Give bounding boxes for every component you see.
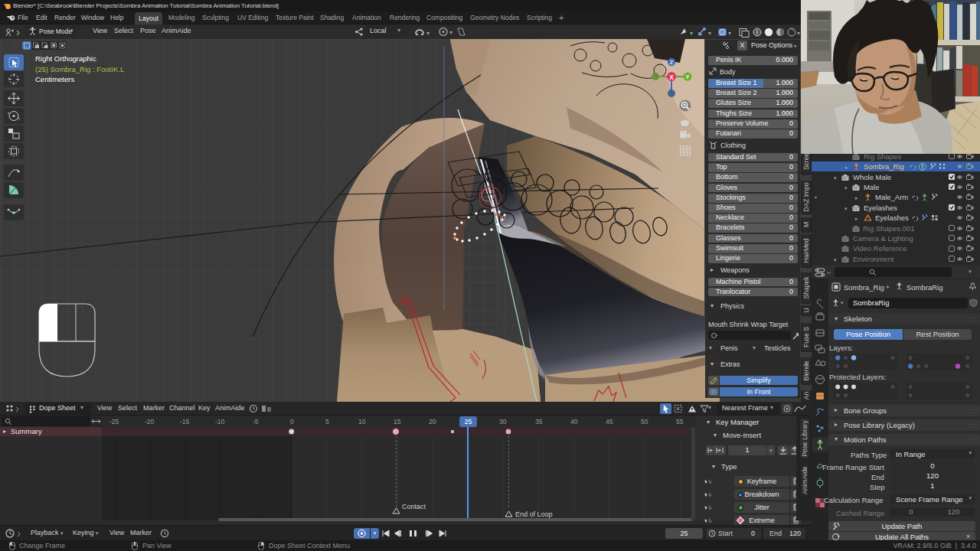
svg-text:91: 91 bbox=[500, 215, 506, 220]
svg-text:End of Loop: End of Loop bbox=[515, 510, 553, 518]
svg-text:▾: ▾ bbox=[426, 30, 430, 37]
svg-text:▾: ▾ bbox=[797, 30, 800, 37]
svg-text:Contact: Contact bbox=[402, 503, 426, 510]
svg-text:Y: Y bbox=[685, 73, 690, 80]
svg-text:X: X bbox=[669, 73, 674, 81]
svg-text:Z: Z bbox=[670, 59, 674, 66]
svg-text:▾: ▾ bbox=[690, 30, 693, 37]
svg-text:▾: ▾ bbox=[728, 30, 731, 37]
svg-text:▾: ▾ bbox=[708, 30, 711, 37]
svg-text:▾: ▾ bbox=[449, 29, 452, 36]
